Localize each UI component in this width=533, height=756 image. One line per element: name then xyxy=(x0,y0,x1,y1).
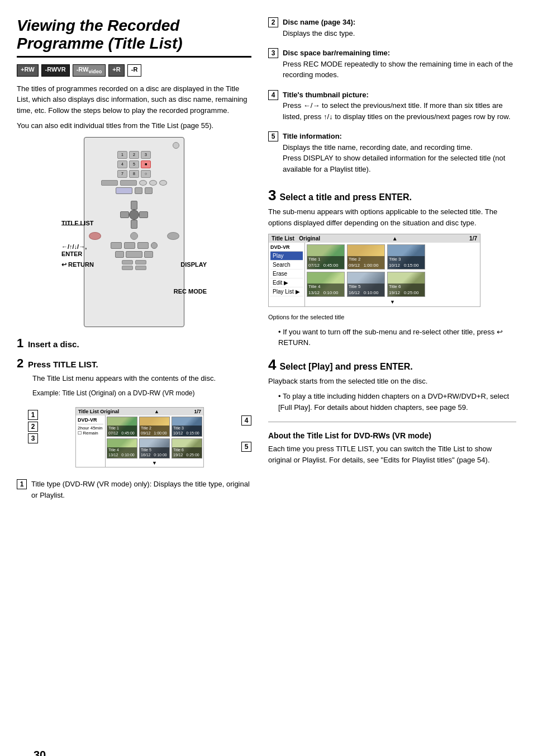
enter-arrow-label: ←/↑/↓/→, xyxy=(61,243,87,250)
dpad[interactable] xyxy=(120,200,149,229)
example-label: Example: Title List (Original) on a DVD-… xyxy=(32,388,251,398)
submenu-thumb-5: Title 516/12 0:10:00 xyxy=(347,272,385,297)
tl-time: 2hour 45min xyxy=(78,426,103,431)
rec-mode-label: REC MODE xyxy=(174,288,207,295)
thumb-title4: Title 413/12 0:10:00 xyxy=(107,438,137,459)
tl-format: DVD-VR xyxy=(78,417,103,424)
annotation-3: 3 xyxy=(28,433,38,443)
item-2-text: Disc name (page 34):Displays the disc ty… xyxy=(283,17,355,39)
device-diagram: 123 45■ 78○ xyxy=(61,137,207,327)
thumb-title3: Title 310/12 0:15:00 xyxy=(172,417,202,437)
submenu-thumb-2: Title 209/12 1:00:00 xyxy=(347,244,385,270)
item-5-text: Title information:Displays the title nam… xyxy=(283,131,516,174)
step-2: 2 Press TITLE LIST. xyxy=(17,356,251,371)
annotation-4: 4 xyxy=(241,415,251,426)
mid-buttons xyxy=(89,232,179,240)
submenu-header-right: 1/7 xyxy=(469,235,477,242)
step-4-heading-container: 4 Select [Play] and press ENTER. xyxy=(268,356,516,374)
step-3-note: If you want to turn off the sub-menu and… xyxy=(273,327,516,348)
badge-minus-rwvideo: -RWvideo xyxy=(73,64,106,76)
step-4-note: To play a title including hidden chapter… xyxy=(273,391,516,413)
badge-minus-r: -R xyxy=(127,64,142,76)
annotation-2: 2 xyxy=(28,422,38,432)
submenu-header-left: Title List Original xyxy=(272,235,320,242)
numpad: 123 45■ 78○ xyxy=(117,151,151,178)
submenu-diagram: Title List Original ▲ 1/7 DVD-VR Play Se… xyxy=(268,234,516,322)
step-4-body: Playback starts from the selected title … xyxy=(268,376,516,387)
item-3-text: Disc space bar/remaining time:Press REC … xyxy=(283,48,516,81)
title-list-label: TITLE LIST xyxy=(61,220,93,226)
badge-minus-rwvr: -RWVR xyxy=(41,64,70,76)
numbered-item-5: 5 Title information:Displays the title n… xyxy=(268,131,516,179)
thumb-title6: Title 619/12 0:25:00 xyxy=(172,438,202,459)
step-1: 1 Insert a disc. xyxy=(17,336,251,351)
badge-plus-r: +R xyxy=(108,64,124,76)
numbered-item-1: 1 Title type (DVD-RW (VR mode) only): Di… xyxy=(17,479,251,505)
thumb-title5: Title 516/12 0:10:00 xyxy=(139,438,170,459)
step-2-heading: Press TITLE LIST. xyxy=(28,360,98,369)
numbered-item-4: 4 Title's thumbnail picture:Press ←/→ to… xyxy=(268,89,516,127)
step-3-heading-container: 3 Select a title and press ENTER. xyxy=(268,187,516,204)
step-4-heading: Select [Play] and press ENTER. xyxy=(279,362,412,372)
step-2-body: The Title List menu appears with the con… xyxy=(32,373,251,384)
submenu-caption: Options for the selected title xyxy=(268,313,516,322)
step-3-heading: Select a title and press ENTER. xyxy=(279,192,412,202)
step-4-number: 4 xyxy=(268,356,276,374)
submenu-thumb-3: Title 310/12 0:15:00 xyxy=(387,244,425,270)
step-3-body: The sub-menu appears with options applic… xyxy=(268,206,516,228)
item-4-text: Title's thumbnail picture:Press ←/→ to s… xyxy=(283,89,516,122)
step-1-heading: Insert a disc. xyxy=(28,339,79,349)
annotation-1: 1 xyxy=(28,410,38,420)
title-list-small-diagram: Title List Original ▲ 1/7 DVD-VR 2hour 4… xyxy=(75,407,204,467)
badge-plus-rw: +RW xyxy=(17,64,39,76)
tl-header-right: 1/7 xyxy=(194,409,201,414)
about-heading: About the Title List for DVD-RWs (VR mod… xyxy=(268,431,516,440)
submenu-thumb-1: Title 107/12 0:45:00 xyxy=(307,244,345,270)
thumb-title1: Title 107/12 0:45:00 xyxy=(107,417,137,437)
page-number: 30 xyxy=(34,749,46,756)
transport-buttons xyxy=(89,242,179,249)
numbered-item-2: 2 Disc name (page 34):Displays the disc … xyxy=(268,17,516,43)
submenu-thumb-6: Title 619/12 0:25:00 xyxy=(387,272,425,297)
submenu-thumb-4: Title 413/12 0:10:00 xyxy=(307,272,345,297)
power-indicator xyxy=(173,142,179,149)
page-title: Viewing the Recorded Programme (Title Li… xyxy=(17,17,251,58)
annotation-5: 5 xyxy=(241,442,251,452)
return-label: ↩ RETURN xyxy=(61,261,94,268)
tl-header-left: Title List Original xyxy=(78,409,119,414)
step-3-number: 3 xyxy=(268,187,276,204)
tl-remain: ☐ Remain xyxy=(78,431,103,436)
item-1-text: Title type (DVD-RW (VR mode) only): Disp… xyxy=(31,479,251,500)
rec-buttons xyxy=(89,251,179,258)
disc-badges: +RW -RWVR -RWvideo +R -R xyxy=(17,64,251,76)
enter-label: ENTER xyxy=(61,251,82,257)
display-label: DISPLAY xyxy=(180,261,207,268)
section-divider xyxy=(268,422,516,422)
intro-para-2: You can also edit individual titles from… xyxy=(17,120,251,131)
numbered-item-3: 3 Disc space bar/remaining time:Press RE… xyxy=(268,48,516,85)
about-text: Each time you press TITLE LIST, you can … xyxy=(268,443,516,465)
submenu-sidebar: DVD-VR Play Search Erase Edit Play List xyxy=(269,243,305,306)
intro-para-1: The titles of programmes recorded on a d… xyxy=(17,83,251,116)
thumb-title2: Title 209/12 1:00:00 xyxy=(139,417,170,437)
about-section: About the Title List for DVD-RWs (VR mod… xyxy=(268,431,516,465)
